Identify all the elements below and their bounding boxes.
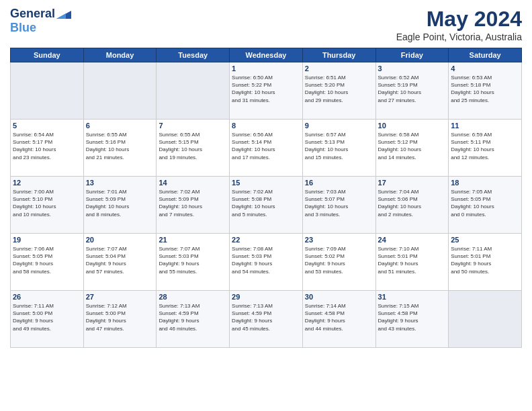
day-number: 6: [86, 122, 154, 130]
calendar-week-row: 19Sunrise: 7:06 AM Sunset: 5:05 PM Dayli…: [11, 234, 522, 291]
header: General Blue May 2024 Eagle Point, Victo…: [10, 7, 522, 42]
calendar-header-row: SundayMondayTuesdayWednesdayThursdayFrid…: [11, 48, 522, 62]
calendar-cell: 20Sunrise: 7:07 AM Sunset: 5:04 PM Dayli…: [83, 234, 157, 291]
day-number: 8: [232, 122, 300, 130]
svg-marker-1: [56, 13, 66, 19]
calendar-cell: 24Sunrise: 7:10 AM Sunset: 5:01 PM Dayli…: [375, 234, 449, 291]
calendar-cell: 21Sunrise: 7:07 AM Sunset: 5:03 PM Dayli…: [157, 234, 230, 291]
calendar-cell: 30Sunrise: 7:14 AM Sunset: 4:58 PM Dayli…: [302, 291, 375, 348]
day-number: 23: [305, 236, 373, 244]
day-number: 20: [86, 236, 154, 244]
calendar-cell: 27Sunrise: 7:12 AM Sunset: 5:00 PM Dayli…: [83, 291, 157, 348]
day-info: Sunrise: 7:15 AM Sunset: 4:58 PM Dayligh…: [378, 302, 447, 332]
calendar-cell: [157, 62, 230, 120]
day-info: Sunrise: 7:11 AM Sunset: 5:00 PM Dayligh…: [13, 302, 81, 332]
day-info: Sunrise: 7:11 AM Sunset: 5:01 PM Dayligh…: [451, 245, 519, 275]
calendar-cell: 22Sunrise: 7:08 AM Sunset: 5:03 PM Dayli…: [230, 234, 303, 291]
calendar-cell: 4Sunrise: 6:53 AM Sunset: 5:18 PM Daylig…: [449, 62, 522, 120]
calendar-header-friday: Friday: [375, 48, 449, 62]
day-info: Sunrise: 6:52 AM Sunset: 5:19 PM Dayligh…: [378, 74, 447, 104]
day-number: 4: [451, 64, 519, 73]
calendar-cell: 7Sunrise: 6:55 AM Sunset: 5:15 PM Daylig…: [157, 120, 230, 177]
day-number: 22: [232, 236, 300, 244]
title-area: May 2024 Eagle Point, Victoria, Australi…: [396, 7, 522, 42]
calendar-cell: 31Sunrise: 7:15 AM Sunset: 4:58 PM Dayli…: [375, 291, 449, 348]
calendar-cell: 1Sunrise: 6:50 AM Sunset: 5:22 PM Daylig…: [230, 62, 303, 120]
day-number: 21: [159, 236, 227, 244]
day-number: 28: [159, 293, 227, 301]
calendar-cell: 2Sunrise: 6:51 AM Sunset: 5:20 PM Daylig…: [302, 62, 375, 120]
day-info: Sunrise: 7:02 AM Sunset: 5:08 PM Dayligh…: [232, 188, 300, 218]
calendar-cell: 10Sunrise: 6:58 AM Sunset: 5:12 PM Dayli…: [375, 120, 449, 177]
main-title: May 2024: [396, 7, 522, 32]
day-info: Sunrise: 6:50 AM Sunset: 5:22 PM Dayligh…: [232, 74, 300, 104]
day-number: 1: [232, 64, 300, 73]
day-number: 14: [159, 179, 227, 187]
calendar-table: SundayMondayTuesdayWednesdayThursdayFrid…: [10, 48, 522, 348]
day-number: 16: [305, 179, 373, 187]
calendar-header-saturday: Saturday: [449, 48, 522, 62]
calendar-cell: 3Sunrise: 6:52 AM Sunset: 5:19 PM Daylig…: [375, 62, 449, 120]
logo-icon: [56, 8, 71, 19]
calendar-header-sunday: Sunday: [11, 48, 84, 62]
day-info: Sunrise: 7:12 AM Sunset: 5:00 PM Dayligh…: [86, 302, 154, 332]
calendar-cell: 5Sunrise: 6:54 AM Sunset: 5:17 PM Daylig…: [11, 120, 84, 177]
day-number: 5: [13, 122, 81, 130]
calendar-header-monday: Monday: [83, 48, 157, 62]
calendar-cell: 15Sunrise: 7:02 AM Sunset: 5:08 PM Dayli…: [230, 177, 303, 234]
calendar-cell: 23Sunrise: 7:09 AM Sunset: 5:02 PM Dayli…: [302, 234, 375, 291]
day-info: Sunrise: 6:59 AM Sunset: 5:11 PM Dayligh…: [451, 131, 519, 161]
day-info: Sunrise: 7:14 AM Sunset: 4:58 PM Dayligh…: [305, 302, 373, 332]
day-number: 13: [86, 179, 154, 187]
calendar-cell: 11Sunrise: 6:59 AM Sunset: 5:11 PM Dayli…: [449, 120, 522, 177]
day-info: Sunrise: 6:58 AM Sunset: 5:12 PM Dayligh…: [378, 131, 447, 161]
day-info: Sunrise: 6:53 AM Sunset: 5:18 PM Dayligh…: [451, 74, 519, 104]
day-info: Sunrise: 7:04 AM Sunset: 5:06 PM Dayligh…: [378, 188, 447, 218]
day-info: Sunrise: 7:06 AM Sunset: 5:05 PM Dayligh…: [13, 245, 81, 275]
calendar-cell: 14Sunrise: 7:02 AM Sunset: 5:09 PM Dayli…: [157, 177, 230, 234]
day-info: Sunrise: 6:56 AM Sunset: 5:14 PM Dayligh…: [232, 131, 300, 161]
day-number: 30: [305, 293, 373, 301]
day-info: Sunrise: 7:02 AM Sunset: 5:09 PM Dayligh…: [159, 188, 227, 218]
day-number: 31: [378, 293, 447, 301]
calendar-cell: 8Sunrise: 6:56 AM Sunset: 5:14 PM Daylig…: [230, 120, 303, 177]
calendar-week-row: 12Sunrise: 7:00 AM Sunset: 5:10 PM Dayli…: [11, 177, 522, 234]
logo: General Blue: [10, 7, 71, 35]
day-number: 26: [13, 293, 81, 301]
calendar-cell: 12Sunrise: 7:00 AM Sunset: 5:10 PM Dayli…: [11, 177, 84, 234]
day-number: 9: [305, 122, 373, 130]
day-number: 15: [232, 179, 300, 187]
day-number: 25: [451, 236, 519, 244]
day-info: Sunrise: 7:09 AM Sunset: 5:02 PM Dayligh…: [305, 245, 373, 275]
day-info: Sunrise: 7:00 AM Sunset: 5:10 PM Dayligh…: [13, 188, 81, 218]
day-info: Sunrise: 7:03 AM Sunset: 5:07 PM Dayligh…: [305, 188, 373, 218]
day-info: Sunrise: 6:57 AM Sunset: 5:13 PM Dayligh…: [305, 131, 373, 161]
day-number: 3: [378, 64, 447, 73]
day-number: 2: [305, 64, 373, 73]
calendar-week-row: 5Sunrise: 6:54 AM Sunset: 5:17 PM Daylig…: [11, 120, 522, 177]
day-info: Sunrise: 6:55 AM Sunset: 5:16 PM Dayligh…: [86, 131, 154, 161]
calendar-header-tuesday: Tuesday: [157, 48, 230, 62]
day-info: Sunrise: 7:08 AM Sunset: 5:03 PM Dayligh…: [232, 245, 300, 275]
day-info: Sunrise: 7:05 AM Sunset: 5:05 PM Dayligh…: [451, 188, 519, 218]
day-number: 10: [378, 122, 447, 130]
calendar-week-row: 26Sunrise: 7:11 AM Sunset: 5:00 PM Dayli…: [11, 291, 522, 348]
calendar-cell: 6Sunrise: 6:55 AM Sunset: 5:16 PM Daylig…: [83, 120, 157, 177]
calendar-cell: 28Sunrise: 7:13 AM Sunset: 4:59 PM Dayli…: [157, 291, 230, 348]
calendar-cell: 18Sunrise: 7:05 AM Sunset: 5:05 PM Dayli…: [449, 177, 522, 234]
logo-blue-text: Blue: [10, 21, 36, 34]
calendar-cell: 9Sunrise: 6:57 AM Sunset: 5:13 PM Daylig…: [302, 120, 375, 177]
day-number: 19: [13, 236, 81, 244]
day-info: Sunrise: 6:55 AM Sunset: 5:15 PM Dayligh…: [159, 131, 227, 161]
day-number: 24: [378, 236, 447, 244]
calendar-cell: 26Sunrise: 7:11 AM Sunset: 5:00 PM Dayli…: [11, 291, 84, 348]
day-number: 27: [86, 293, 154, 301]
calendar-cell: 17Sunrise: 7:04 AM Sunset: 5:06 PM Dayli…: [375, 177, 449, 234]
day-info: Sunrise: 7:07 AM Sunset: 5:04 PM Dayligh…: [86, 245, 154, 275]
day-info: Sunrise: 7:13 AM Sunset: 4:59 PM Dayligh…: [232, 302, 300, 332]
calendar-cell: [83, 62, 157, 120]
day-number: 29: [232, 293, 300, 301]
subtitle: Eagle Point, Victoria, Australia: [396, 32, 522, 42]
calendar-header-thursday: Thursday: [302, 48, 375, 62]
page: General Blue May 2024 Eagle Point, Victo…: [0, 0, 532, 411]
